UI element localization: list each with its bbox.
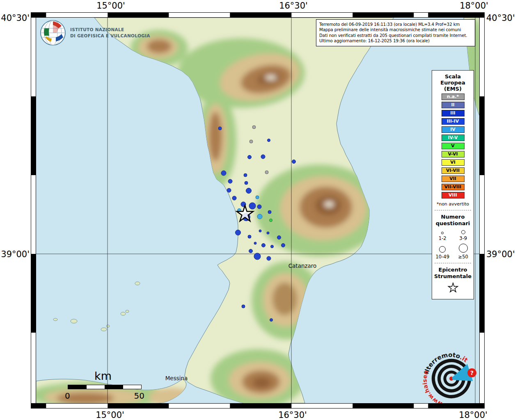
event-info-line4: Ultimo aggiornamento: 16-12-2025 19:36 (… [319, 38, 472, 43]
event-info-box: Terremoto del 06-09-2019 16:11:33 (ora l… [316, 19, 475, 46]
scale-tick-end: 50 [134, 391, 144, 401]
ems-swatch-iv: IV [442, 126, 465, 133]
lon-label-bottom-18: 18°00' [453, 410, 494, 420]
ingv-name-line1: ISTITUTO NAZIONALE [70, 27, 150, 33]
ems-scale-swatches: n.a.*IIIIIIII-IVIVIV-VVV-VIVIVI-VIIVIIVI… [432, 94, 474, 199]
intensity-marker [245, 181, 248, 185]
lon-label-top-18: 18°00' [453, 1, 494, 11]
lat-label-right-39: 39°00' [486, 249, 515, 259]
ems-swatch-vii: VII [442, 176, 465, 182]
ems-swatch-iiiiv: III-IV [442, 118, 465, 125]
size-class-circle-icon [461, 230, 465, 234]
legend-title-line3: (EMS) [432, 86, 474, 92]
intensity-marker [282, 244, 285, 247]
ems-swatch-ii: II [442, 102, 465, 108]
intensity-marker [261, 155, 265, 159]
event-info-line1: Terremoto del 06-09-2019 16:11:33 (ora l… [319, 22, 472, 27]
macroseismic-map-page: 15°00' 16°30' 18°00' 15°00' 16°30' 18°00… [0, 0, 515, 420]
intensity-marker [221, 171, 226, 176]
legend-divider-2 [435, 263, 471, 263]
neatline-bottom [36, 403, 479, 408]
epicenter-star-icon [432, 282, 474, 295]
intensity-marker [227, 188, 231, 192]
epicenter-title-line2: Strumentale [432, 273, 474, 280]
map-canvas: ISTITUTO NAZIONALE DI GEOFISICA E VULCAN… [36, 18, 479, 403]
scale-tick-start: 0 [65, 391, 70, 401]
intensity-marker [252, 126, 256, 129]
city-label-catanzaro: Catanzaro [288, 262, 317, 269]
ems-swatch-v: V [442, 143, 465, 149]
questionnaires-title-line1: Numero [432, 214, 474, 220]
size-class-circle-icon [441, 232, 444, 234]
legend-footnote: *non avvertito [432, 201, 474, 207]
size-class-3-9: 3-9 [453, 230, 474, 241]
event-info-line2: Mappa preliminare delle intensità macros… [319, 27, 472, 32]
intensity-marker [268, 210, 271, 214]
lon-label-top-15: 15°00' [90, 1, 131, 11]
lat-label-right-40-30: 40°30' [486, 13, 515, 23]
intensity-marker [242, 305, 245, 308]
intensity-marker [228, 179, 232, 183]
intensity-marker [244, 173, 247, 177]
lon-label-bottom-16-30: 16°30' [272, 410, 313, 420]
intensity-marker [270, 319, 273, 322]
epicenter-title-line1: Epicentro [432, 267, 474, 273]
event-info-line3: Dati non verificati estratti da 205 ques… [319, 33, 472, 38]
legend-divider [435, 210, 471, 210]
intensity-marker [254, 253, 261, 260]
scale-bar-segments [68, 385, 142, 389]
ingv-name-line2: DI GEOFISICA E VULCANOLOGIA [70, 33, 150, 39]
ems-swatch-ivv: IV-V [442, 135, 465, 141]
terrain-basemap [36, 18, 479, 403]
intensity-marker [248, 235, 251, 238]
size-class-1-2: 1-2 [432, 230, 453, 241]
intensity-marker [292, 160, 296, 164]
ems-swatch-iii: III [442, 110, 465, 116]
ems-swatch-vvi: V-VI [442, 151, 465, 158]
size-class-≥50: ≥50 [453, 244, 474, 260]
ems-swatch-vi: VI [442, 159, 465, 166]
intensity-marker [262, 244, 266, 247]
ems-swatch-vivii: VI-VII [442, 167, 465, 174]
size-class-label: ≥50 [458, 254, 468, 260]
ingv-logo: ISTITUTO NAZIONALE DI GEOFISICA E VULCAN… [39, 19, 150, 46]
lat-label-left-40-30: 40°30' [0, 13, 30, 23]
lat-label-left-39: 39°00' [0, 249, 30, 259]
intensity-marker [267, 256, 271, 260]
haisentito-logo: ? ilterremoto.it www.haisentito [423, 349, 479, 403]
map-neatline-frame: ISTITUTO NAZIONALE DI GEOFISICA E VULCAN… [31, 12, 485, 409]
size-class-circle-icon [459, 244, 468, 253]
intensity-marker [257, 214, 262, 219]
intensity-marker [270, 219, 272, 222]
intensity-marker [256, 196, 259, 199]
questionnaires-title-line2: questionari [432, 220, 474, 227]
size-class-circle-icon [439, 246, 446, 253]
size-class-label: 3-9 [459, 235, 467, 241]
neatline-left [31, 18, 36, 403]
intensity-marker [246, 188, 252, 194]
scale-unit-label: km [68, 370, 138, 382]
lon-label-bottom-15: 15°00' [89, 410, 130, 420]
intensity-marker [277, 236, 281, 240]
size-class-label: 10-49 [436, 254, 449, 260]
legend-title-line1: Scala [432, 73, 474, 80]
intensity-marker [249, 140, 253, 143]
intensity-marker [232, 196, 236, 200]
intensity-marker [259, 230, 261, 232]
intensity-marker [249, 249, 253, 253]
intensity-marker [265, 171, 268, 174]
intensity-marker [257, 205, 261, 209]
legend-title-line2: Europea [432, 80, 474, 86]
size-class-10-49: 10-49 [432, 244, 453, 260]
question-mark: ? [470, 370, 474, 376]
intensity-marker [271, 245, 274, 248]
intensity-marker [218, 127, 222, 130]
intensity-marker [267, 232, 269, 234]
ems-swatch-na: n.a.* [442, 94, 465, 100]
ems-swatch-viii: VIII [442, 192, 465, 199]
intensity-marker [249, 203, 256, 209]
neatline-right [479, 18, 484, 403]
ingv-globe-icon [39, 19, 66, 46]
size-class-label: 1-2 [439, 235, 446, 241]
intensity-marker [248, 155, 252, 159]
